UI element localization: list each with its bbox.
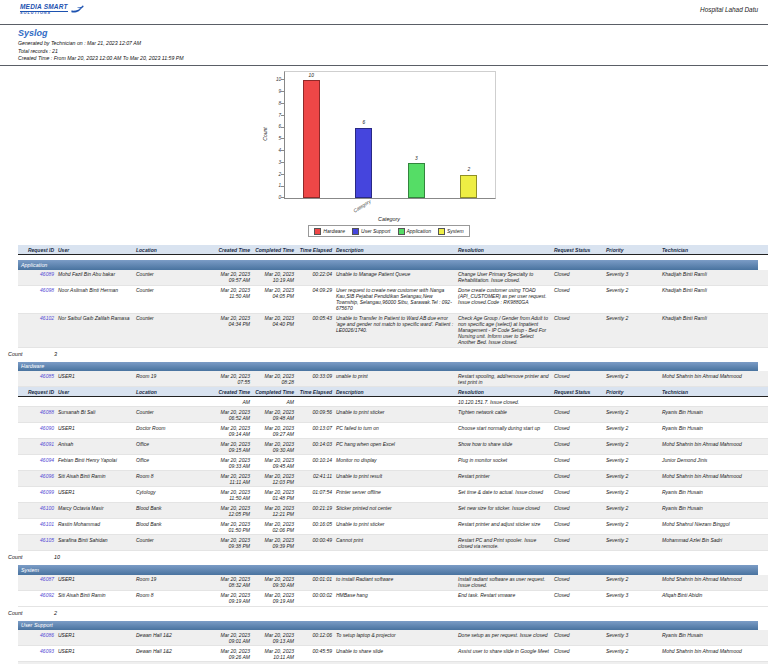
request-id-link[interactable]: 46088: [40, 409, 54, 415]
cell-description: Sticker printed not center: [334, 503, 456, 519]
cell-status: Closed: [552, 646, 604, 662]
request-id-link[interactable]: 46101: [40, 521, 54, 527]
request-row: 46092Siti Aisah Binti RaminRoom 8Mar 20,…: [18, 590, 768, 606]
cell-user: Anisah: [56, 439, 134, 455]
cell-elapsed: 00:16:05: [296, 519, 334, 535]
request-row: 46091AnisahOfficeMar 20, 2023 09:15 AMMa…: [18, 439, 768, 455]
table-main-header: Request IDUserLocationCreated TimeComple…: [18, 245, 768, 255]
cell-user: USER1: [56, 646, 134, 662]
request-id-link[interactable]: 46102: [40, 315, 54, 321]
cell-technician: Afiqah Binti Abidin: [660, 590, 768, 606]
cell-status: Closed: [552, 439, 604, 455]
table-hardware: 46085USER1Room 19Mar 20, 2023 07:55Mar 2…: [18, 371, 768, 551]
request-id-link[interactable]: 46098: [40, 287, 54, 293]
request-row: 46088Sursanah Bt SaliCounterMar 20, 2023…: [18, 407, 768, 423]
section-bar-application: Application: [18, 260, 758, 270]
cell-resolution: Assist user to share slide in Google Mee…: [456, 646, 552, 662]
request-id-link[interactable]: 46086: [40, 632, 54, 638]
count-value: 3: [54, 351, 57, 357]
legend-item-application: Application: [398, 228, 431, 235]
report-title: Syslog: [18, 28, 760, 38]
cell-elapsed: [296, 397, 334, 407]
cell-user: Marcy Octavia Masir: [56, 503, 134, 519]
cell-location: Counter: [134, 313, 208, 347]
cell-elapsed: 00:22:04: [296, 270, 334, 286]
cell-completed: Mar 20, 2023 10:11 AM: [252, 646, 296, 662]
request-id-link[interactable]: 46090: [40, 425, 54, 431]
col-status: Request Status: [552, 387, 604, 397]
cell-completed: Mar 20, 2023 12:21 PM: [252, 503, 296, 519]
request-id-link[interactable]: 46094: [40, 457, 54, 463]
cell-user: Nor Saibul Gaib Zalilah Ramasa: [56, 313, 134, 347]
logo-swoosh-icon: [70, 4, 84, 15]
cell-completed: Mar 20, 2023 09:45 AM: [252, 455, 296, 471]
request-id-link[interactable]: 46096: [40, 473, 54, 479]
request-id-link[interactable]: 46085: [40, 373, 54, 379]
cell-technician: Ryanis Bin Husain: [660, 487, 768, 503]
category-bar-chart: Count 01234567891010632 Category Categor…: [258, 71, 510, 241]
cell-resolution: End task. Restart vmware: [456, 590, 552, 606]
cell-user: USER1: [56, 423, 134, 439]
cell-elapsed: 00:13:07: [296, 423, 334, 439]
request-row: 46086USER1Dewan Hall 1&2Mar 20, 2023 09:…: [18, 630, 768, 646]
chart-legend: HardwareUser SupportApplicationSystem: [308, 225, 469, 237]
request-row: 46087USER1Room 19Mar 20, 2023 08:32 AMMa…: [18, 575, 768, 591]
request-id-link[interactable]: 46093: [40, 648, 54, 654]
cell-created: Mar 20, 2023 12:05 PM: [208, 503, 252, 519]
col-created: Created Time: [208, 387, 252, 397]
cell-user: USER1: [56, 371, 134, 387]
cell-technician: Mohd Shahrin bin Ahmad Mahmood: [660, 471, 768, 487]
cell-status: Closed: [552, 535, 604, 551]
cell-resolution: Tighten network cable: [456, 407, 552, 423]
cell-id: 46098: [18, 285, 56, 313]
request-id-link[interactable]: 46087: [40, 576, 54, 582]
cell-technician: Khadijah Binti Ramli: [660, 313, 768, 347]
col-description: Description: [334, 245, 456, 255]
y-tick-mark: [281, 186, 285, 187]
request-row: 46089Mohd Fazil Bin Abu bakarCounterMar …: [18, 270, 768, 286]
cell-id: 46105: [18, 535, 56, 551]
cell-resolution: Choose start normally during start up: [456, 423, 552, 439]
bar-application: [408, 163, 425, 198]
cell-elapsed: 01:07:54: [296, 487, 334, 503]
request-id-link[interactable]: 46105: [40, 537, 54, 543]
cell-status: Closed: [552, 455, 604, 471]
table-header-row: Request IDUserLocationCreated TimeComple…: [18, 387, 768, 397]
report-table-area: Request IDUserLocationCreated TimeComple…: [0, 241, 768, 664]
cell-resolution: Restart printer: [456, 471, 552, 487]
cell-priority: Severity 2: [604, 423, 660, 439]
cell-completed: Mar 20, 2023 02:06 PM: [252, 519, 296, 535]
col-description: Description: [334, 387, 456, 397]
cell-status: Closed: [552, 519, 604, 535]
y-tick-mark: [281, 115, 285, 116]
request-id-link[interactable]: 46092: [40, 592, 54, 598]
cell-completed: Mar 20, 2023 09:19 AM: [252, 590, 296, 606]
request-row: 46090USER1Doctor RoomMar 20, 2023 09:14 …: [18, 423, 768, 439]
cell-resolution: 10.120.151.7. Issue closed.: [456, 397, 552, 407]
request-row: AMAM10.120.151.7. Issue closed.: [18, 397, 768, 407]
cell-description: HMBase hang: [334, 590, 456, 606]
cell-elapsed: 00:10:14: [296, 455, 334, 471]
legend-label: Application: [407, 228, 431, 234]
cell-status: Closed: [552, 423, 604, 439]
cell-created: Mar 20, 2023 09:26 AM: [208, 646, 252, 662]
cell-description: Unable to print sticker: [334, 519, 456, 535]
request-id-link[interactable]: 46091: [40, 441, 54, 447]
report-page: MEDIA SMART SOLUTIONS Hospital Lahad Dat…: [0, 0, 768, 664]
request-id-link[interactable]: 46099: [40, 489, 54, 495]
cell-resolution: Set time & date to actual. Issue closed: [456, 487, 552, 503]
request-row: 46094Febian Binti Henry YapolaiOfficeMar…: [18, 455, 768, 471]
cell-completed: Mar 20, 2023 09:30 AM: [252, 439, 296, 455]
cell-technician: Mohd Shahrin bin Ahmad Mahmood: [660, 646, 768, 662]
x-tick-label: Category: [353, 199, 372, 214]
cell-created: Mar 20, 2023 07:55: [208, 371, 252, 387]
cell-status: Closed: [552, 575, 604, 591]
cell-completed: Mar 20, 2023 09:30 AM: [252, 575, 296, 591]
cell-elapsed: 00:00:49: [296, 535, 334, 551]
cell-priority: Severity 3: [604, 590, 660, 606]
request-id-link[interactable]: 46100: [40, 505, 54, 511]
cell-location: Counter: [134, 407, 208, 423]
cell-elapsed: 00:09:56: [296, 407, 334, 423]
request-id-link[interactable]: 46089: [40, 271, 54, 277]
legend-swatch-application: [398, 228, 405, 235]
